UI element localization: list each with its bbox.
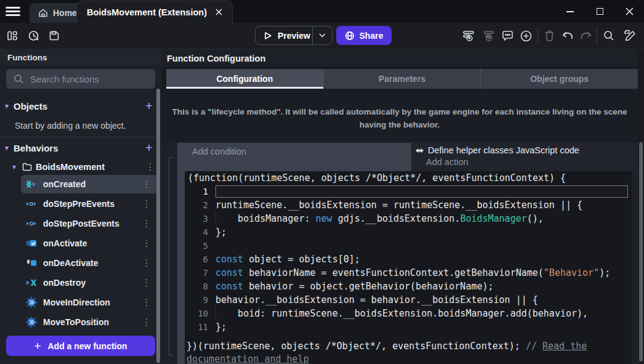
search-icon xyxy=(14,74,24,84)
close-tab-icon[interactable] xyxy=(215,9,222,15)
function-menu-icon[interactable]: ⋮ xyxy=(135,257,158,269)
line-number: 6 xyxy=(185,253,215,266)
code-text: behavior.__boidsExtension = behavior.__b… xyxy=(215,293,632,307)
activate-icon xyxy=(26,238,37,249)
tab-parameters[interactable]: Parameters xyxy=(323,69,481,89)
main-scrollbar[interactable] xyxy=(639,142,643,362)
dostep-icon xyxy=(26,198,37,209)
function-menu-icon[interactable]: ⋮ xyxy=(135,198,158,209)
code-line-6: 6const object = objects[0]; xyxy=(185,253,632,266)
code-editor[interactable]: (function(runtimeScene, objects /*Object… xyxy=(185,171,632,364)
function-menu-icon[interactable]: ⋮ xyxy=(135,297,158,308)
collapse-folder-icon[interactable]: ▾ xyxy=(7,163,21,171)
function-item-onactivate[interactable]: onActivate⋮ xyxy=(21,234,158,253)
tab-boidsmovement[interactable]: BoidsMovement (Extension) xyxy=(76,1,233,23)
tab-object-groups[interactable]: Object groups xyxy=(480,69,638,89)
code-text: }; xyxy=(215,320,632,334)
extension-edit-icon[interactable] xyxy=(622,28,637,43)
sidebar-scrollbar[interactable] xyxy=(156,89,160,363)
project-manager-icon[interactable] xyxy=(5,28,20,43)
home-icon xyxy=(38,8,48,18)
event-actions: Define helper classes JavaScript code Ad… xyxy=(411,143,638,171)
toolbar: Preview Share xyxy=(0,23,644,49)
event-selection-bracket xyxy=(169,157,173,355)
page-title: Function Configuration xyxy=(161,49,638,67)
behavior-folder-boidsmovement[interactable]: ▾ BoidsMovement ⋮ xyxy=(0,159,161,175)
main-scrollbar-track xyxy=(638,49,644,364)
title-bar: Home BoidsMovement (Extension) xyxy=(0,0,644,23)
tab-active-label: BoidsMovement (Extension) xyxy=(87,7,207,17)
function-label: MoveToPosition xyxy=(43,317,135,327)
code-text: const behavior = object.getBehavior(beha… xyxy=(215,280,632,293)
objects-label: Objects xyxy=(14,101,137,111)
add-action-button[interactable]: Add action xyxy=(411,155,638,167)
function-menu-icon[interactable]: ⋮ xyxy=(135,238,158,249)
behaviors-section-header: ▾ Behaviors + xyxy=(0,139,161,156)
code-line-10: 10 boid: runtimeScene.__boidsExtension.b… xyxy=(185,307,632,320)
globe-icon xyxy=(345,31,355,41)
share-label: Share xyxy=(360,31,384,41)
close-window-icon[interactable] xyxy=(614,0,644,23)
save-icon[interactable] xyxy=(47,28,62,43)
plus-icon: + xyxy=(34,339,41,353)
js-code-icon xyxy=(415,147,424,155)
plus-circle-icon[interactable] xyxy=(518,28,533,43)
code-lines: 12runtimeScene.__boidsExtension = runtim… xyxy=(185,185,632,334)
add-function-button[interactable]: + Add a new function xyxy=(6,336,155,356)
preview-button[interactable]: Preview xyxy=(255,26,332,45)
function-label: onDeActivate xyxy=(43,258,135,268)
code-text: const behaviorName = eventsFunctionConte… xyxy=(215,266,632,280)
function-item-dosteppreevents[interactable]: doStepPreEvents⋮ xyxy=(21,195,158,213)
code-wrapper-header: (function(runtimeScene, objects /*Object… xyxy=(185,171,632,185)
undo-icon[interactable] xyxy=(560,28,575,43)
event-drag-handle[interactable] xyxy=(177,143,185,364)
dostep-icon xyxy=(26,218,37,229)
function-menu-icon[interactable]: ⋮ xyxy=(135,218,158,229)
function-item-oncreated[interactable]: onCreated⋮ xyxy=(21,175,158,193)
function-item-ondestroy[interactable]: onDestroy⋮ xyxy=(21,273,158,292)
line-number: 5 xyxy=(185,239,215,253)
function-label: onCreated xyxy=(43,179,135,189)
functions-sidebar: Functions ▾ Objects + Start by adding a … xyxy=(0,49,161,364)
line-number: 8 xyxy=(185,280,215,293)
hamburger-icon[interactable] xyxy=(6,7,20,17)
collapse-objects-icon[interactable]: ▾ xyxy=(0,102,14,110)
function-menu-icon[interactable]: ⋮ xyxy=(135,317,158,328)
function-menu-icon[interactable]: ⋮ xyxy=(135,277,158,288)
add-event-icon[interactable] xyxy=(461,28,476,43)
js-code-event[interactable]: Define helper classes JavaScript code xyxy=(411,143,638,155)
gear-icon xyxy=(26,297,37,308)
app-window: Home BoidsMovement (Extension) xyxy=(0,0,644,364)
function-item-ondeactivate[interactable]: onDeActivate⋮ xyxy=(21,254,158,272)
maximize-icon[interactable] xyxy=(585,0,614,23)
function-item-moveindirection[interactable]: MoveInDirection⋮ xyxy=(21,293,158,312)
code-line-8: 8const behavior = object.getBehavior(beh… xyxy=(185,280,632,293)
history-icon[interactable] xyxy=(26,28,41,43)
code-line-7: 7const behaviorName = eventsFunctionCont… xyxy=(185,266,632,280)
oncreated-icon xyxy=(26,179,37,190)
minimize-icon[interactable] xyxy=(555,0,585,23)
preview-label: Preview xyxy=(278,31,310,41)
code-line-1: 1 xyxy=(185,185,632,198)
function-item-dosteppostevents[interactable]: doStepPostEvents⋮ xyxy=(21,214,158,233)
function-label: doStepPreEvents xyxy=(43,199,135,209)
line-number: 11 xyxy=(185,320,215,334)
add-condition-button[interactable]: Add condition xyxy=(185,143,411,171)
function-item-movetoposition[interactable]: MoveToPosition⋮ xyxy=(21,313,158,331)
code-cursor-line[interactable] xyxy=(215,185,628,198)
tab-configuration[interactable]: Configuration xyxy=(166,69,323,89)
toolbar-divider xyxy=(537,28,538,44)
function-menu-icon[interactable]: ⋮ xyxy=(135,179,158,190)
share-button[interactable]: Share xyxy=(336,26,392,45)
function-label: doStepPostEvents xyxy=(43,219,135,229)
code-text: boid: runtimeScene.__boidsExtension.boid… xyxy=(215,307,632,320)
code-text: runtimeScene.__boidsExtension = runtimeS… xyxy=(215,198,632,212)
comment-icon[interactable] xyxy=(500,28,515,43)
search-icon[interactable] xyxy=(602,28,616,43)
collapse-behaviors-icon[interactable]: ▾ xyxy=(0,144,14,152)
code-line-2: 2runtimeScene.__boidsExtension = runtime… xyxy=(185,198,632,212)
search-functions-field[interactable] xyxy=(6,69,155,89)
line-number: 3 xyxy=(185,212,215,225)
preview-dropdown-button[interactable] xyxy=(312,26,332,44)
search-input[interactable] xyxy=(30,74,141,84)
